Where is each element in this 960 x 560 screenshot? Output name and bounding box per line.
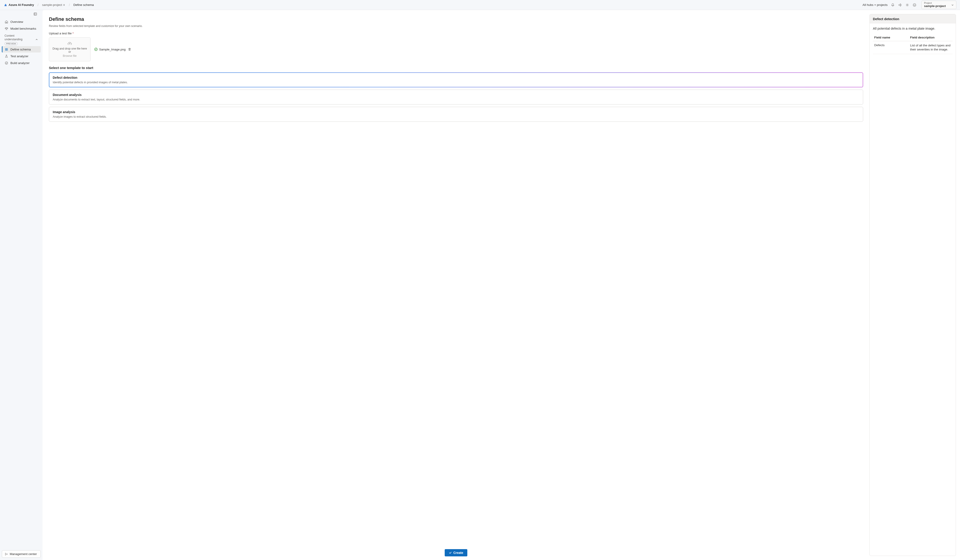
svg-point-8 bbox=[5, 50, 6, 50]
schema-icon bbox=[5, 48, 8, 51]
svg-point-6 bbox=[5, 48, 6, 49]
build-icon bbox=[5, 61, 8, 65]
file-name: Sample_Image.png bbox=[99, 48, 126, 51]
check-circle-icon bbox=[94, 48, 98, 51]
dropzone-text: Drag and drop one file here or bbox=[51, 47, 88, 53]
nav-label: Define schema bbox=[10, 48, 31, 51]
mgmt-label: Management center bbox=[10, 552, 37, 556]
breadcrumb-current: Define schema bbox=[73, 3, 94, 6]
template-title: Document analysis bbox=[53, 93, 859, 97]
project-selector[interactable]: Project sample-project bbox=[922, 1, 956, 9]
upload-label: Upload a test file * bbox=[49, 32, 863, 35]
breadcrumb-sep: / bbox=[69, 3, 70, 7]
svg-point-0 bbox=[907, 4, 908, 5]
required-star: * bbox=[72, 32, 74, 35]
cell-field-desc: List of all the defect types and their s… bbox=[909, 41, 952, 54]
right-card-title: Defect detection bbox=[870, 14, 956, 24]
table-row: Defects List of all the defect types and… bbox=[873, 41, 952, 54]
breadcrumb-project[interactable]: sample-project bbox=[42, 3, 66, 6]
nav-label: Model benchmarks bbox=[10, 27, 36, 30]
template-heading: Select one template to start bbox=[49, 66, 863, 70]
check-icon bbox=[449, 551, 452, 554]
chevron-updown-icon bbox=[63, 4, 65, 6]
sidebar-collapse-icon[interactable] bbox=[34, 12, 38, 16]
exit-icon bbox=[5, 552, 8, 556]
page-subtitle: Review fields from selected template and… bbox=[49, 24, 863, 27]
scale-icon bbox=[5, 27, 8, 30]
schema-table: Field name Field description Defects Lis… bbox=[873, 34, 952, 54]
flask-icon bbox=[5, 54, 8, 58]
nav-label: Build analyzer bbox=[10, 61, 30, 65]
chevron-up-icon bbox=[35, 38, 38, 41]
sidebar-item-define-schema[interactable]: Define schema bbox=[2, 46, 41, 53]
management-center-button[interactable]: Management center bbox=[2, 550, 41, 558]
sidebar: Overview Model benchmarks Content unders… bbox=[0, 10, 43, 560]
project-name: sample-project bbox=[924, 4, 946, 8]
sidebar-section-content-understanding[interactable]: Content understanding PREVIEW bbox=[2, 32, 41, 46]
chevron-down-icon bbox=[951, 4, 954, 6]
nav-label: Overview bbox=[10, 20, 23, 24]
file-dropzone[interactable]: Drag and drop one file here or Browse fi… bbox=[49, 37, 91, 61]
breadcrumb-sep: / bbox=[38, 3, 38, 7]
template-card-image[interactable]: Image analysis Analyze images to extract… bbox=[49, 107, 863, 122]
template-desc: Identify potential defects in provided i… bbox=[53, 81, 859, 84]
all-hubs-link[interactable]: All hubs + projects bbox=[862, 3, 888, 6]
sidebar-item-overview[interactable]: Overview bbox=[2, 19, 41, 25]
col-field-name: Field name bbox=[873, 34, 909, 41]
preview-badge: PREVIEW bbox=[5, 42, 18, 45]
create-label: Create bbox=[453, 551, 463, 555]
template-card-document[interactable]: Document analysis Analyze documents to e… bbox=[49, 90, 863, 104]
col-field-desc: Field description bbox=[909, 34, 952, 41]
main-content: Define schema Review fields from selecte… bbox=[43, 10, 960, 560]
sidebar-item-build-analyzer[interactable]: Build analyzer bbox=[2, 60, 41, 66]
settings-icon[interactable] bbox=[905, 3, 909, 7]
cloud-upload-icon bbox=[67, 41, 72, 46]
svg-rect-4 bbox=[34, 13, 37, 15]
create-button[interactable]: Create bbox=[445, 549, 467, 556]
smile-icon[interactable] bbox=[912, 3, 917, 7]
trash-icon[interactable] bbox=[128, 48, 131, 51]
right-card-desc: All potential defects in a metal plate i… bbox=[873, 27, 952, 30]
product-logo[interactable]: Azure AI Foundry bbox=[4, 3, 34, 7]
svg-point-9 bbox=[6, 50, 8, 50]
svg-point-7 bbox=[6, 48, 8, 49]
template-title: Defect detection bbox=[53, 76, 859, 79]
product-name: Azure AI Foundry bbox=[9, 3, 34, 6]
home-icon bbox=[5, 20, 8, 24]
page-title: Define schema bbox=[49, 16, 863, 22]
nav-label: Test analyzer bbox=[10, 54, 29, 58]
template-title: Image analysis bbox=[53, 110, 859, 114]
right-panel: Defect detection All potential defects i… bbox=[869, 10, 960, 560]
sidebar-item-test-analyzer[interactable]: Test analyzer bbox=[2, 53, 41, 59]
svg-point-10 bbox=[5, 62, 8, 64]
template-desc: Analyze images to extract structured fie… bbox=[53, 115, 859, 118]
sidebar-item-benchmarks[interactable]: Model benchmarks bbox=[2, 26, 41, 32]
megaphone-icon[interactable] bbox=[898, 3, 902, 7]
template-desc: Analyze documents to extract text, layou… bbox=[53, 98, 859, 101]
svg-point-1 bbox=[913, 3, 916, 6]
template-card-defect[interactable]: Defect detection Identify potential defe… bbox=[49, 72, 863, 87]
browse-link[interactable]: Browse file bbox=[63, 54, 77, 58]
cell-field-name: Defects bbox=[873, 41, 909, 54]
uploaded-file-chip: Sample_Image.png bbox=[94, 48, 131, 51]
top-header: Azure AI Foundry / sample-project / Defi… bbox=[0, 0, 960, 10]
project-label: Project bbox=[924, 2, 946, 4]
azure-logo-icon bbox=[4, 3, 7, 7]
bell-icon[interactable] bbox=[891, 3, 895, 7]
